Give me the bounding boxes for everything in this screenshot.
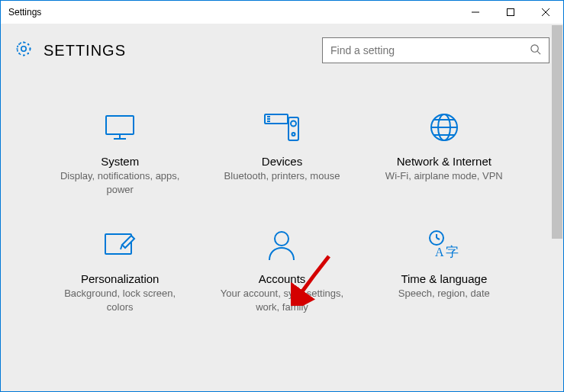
tile-title: System: [39, 155, 201, 168]
tile-timelang[interactable]: A 字 Time & language Speech, region, date: [363, 227, 525, 313]
svg-point-16: [291, 121, 296, 127]
svg-text:字: 字: [446, 245, 459, 259]
tile-title: Network & Internet: [363, 155, 525, 168]
maximize-button[interactable]: [493, 1, 528, 24]
svg-point-23: [275, 232, 288, 246]
tile-system[interactable]: System Display, notifications, apps, pow…: [39, 109, 201, 196]
tile-desc: Bluetooth, printers, mouse: [217, 169, 346, 183]
accounts-icon: [201, 227, 363, 263]
search-input[interactable]: [330, 44, 530, 56]
personalization-icon: [39, 227, 201, 263]
svg-rect-1: [508, 9, 514, 16]
close-button[interactable]: [528, 1, 563, 24]
svg-point-17: [292, 133, 295, 136]
tile-desc: Your account, sync settings, work, famil…: [217, 287, 346, 313]
svg-line-22: [121, 245, 122, 249]
tile-desc: Display, notifications, apps, power: [55, 169, 185, 196]
search-box[interactable]: [322, 37, 549, 63]
system-icon: [39, 109, 201, 146]
scrollbar[interactable]: [550, 24, 563, 391]
page-title: SETTINGS: [44, 42, 126, 59]
titlebar: Settings: [1, 1, 563, 24]
tile-devices[interactable]: Devices Bluetooth, printers, mouse: [201, 109, 363, 196]
svg-point-6: [531, 44, 538, 51]
tile-personalization[interactable]: Personalization Background, lock screen,…: [39, 227, 201, 313]
settings-grid: System Display, notifications, apps, pow…: [1, 71, 563, 336]
content-area: SETTINGS System Display, notifications, …: [1, 24, 563, 391]
tile-title: Personalization: [39, 272, 201, 285]
timelang-icon: A 字: [363, 227, 525, 263]
header: SETTINGS: [1, 24, 563, 71]
devices-icon: [201, 109, 363, 146]
search-icon: [530, 43, 541, 58]
svg-line-7: [537, 51, 540, 54]
window-controls: [458, 1, 563, 24]
tile-accounts[interactable]: Accounts Your account, sync settings, wo…: [201, 227, 363, 313]
svg-line-26: [437, 238, 440, 239]
window-title: Settings: [8, 7, 41, 18]
tile-desc: Wi-Fi, airplane mode, VPN: [379, 169, 509, 183]
tile-title: Devices: [201, 155, 363, 168]
svg-rect-8: [106, 116, 134, 134]
minimize-button[interactable]: [458, 1, 493, 24]
scrollbar-thumb[interactable]: [552, 25, 562, 239]
gear-icon: [15, 40, 33, 61]
svg-text:A: A: [435, 246, 444, 259]
tile-title: Accounts: [201, 272, 363, 285]
tile-desc: Background, lock screen, colors: [55, 287, 185, 313]
tile-network[interactable]: Network & Internet Wi-Fi, airplane mode,…: [363, 109, 525, 196]
network-icon: [363, 109, 525, 146]
svg-point-4: [21, 47, 26, 51]
tile-title: Time & language: [363, 272, 525, 285]
tile-desc: Speech, region, date: [379, 287, 509, 300]
